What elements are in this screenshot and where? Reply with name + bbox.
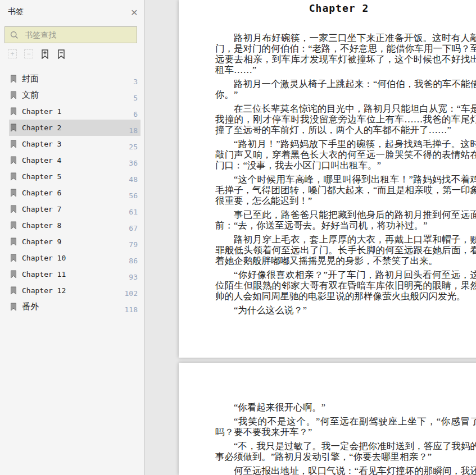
bookmark-icon	[10, 140, 17, 148]
paragraph: 在三位长辈莫名惊诧的目光中，路初月只能坦白从宽：“车是我撞的，刚才停车时我没留意…	[215, 103, 476, 135]
bookmark-icon	[10, 189, 17, 197]
bookmark-item-label: Chapter 8	[22, 221, 61, 230]
bookmark-item-label: Chapter 6	[22, 189, 61, 197]
bookmark-item-page: 61	[129, 208, 138, 216]
bookmark-item-chapter-3[interactable]: Chapter 3 25	[9, 136, 140, 152]
bookmark-item-label: Chapter 9	[22, 238, 61, 246]
bookmark-item-page: 3	[133, 77, 138, 86]
bookmark-item-extra[interactable]: 番外 118	[9, 299, 140, 315]
bookmark-item-front-matter[interactable]: 文前 5	[9, 87, 140, 103]
bookmark-icon	[10, 303, 17, 311]
pdf-page-2: “你看起来很开心啊。” “我笑的不是这个。”何至远在副驾驶座上坐下，“你感冒了吗…	[179, 363, 476, 475]
expand-all-icon[interactable]: +	[8, 49, 17, 58]
bookmark-item-chapter-11[interactable]: Chapter 11 93	[9, 266, 140, 282]
bookmark-item-page: 102	[125, 289, 138, 298]
paragraph: 何至远报出地址，叹口气说：“看见车灯撞坏的那瞬间，我还以	[215, 465, 476, 475]
paragraph: “这个时候用车高峰，哪里叫得到出租车！”路妈妈找不着鸡毛掸子，气得团团转，嗓门都…	[215, 174, 476, 206]
paragraph: 事已至此，路爸爸只能把藏到他身后的路初月推到何至远面前：“去，你送至远哥去。好好…	[215, 209, 476, 231]
paragraph: “为什么这么说？”	[215, 305, 476, 316]
bookmark-item-chapter-9[interactable]: Chapter 9 79	[9, 234, 140, 250]
bookmark-search-box[interactable]	[4, 26, 137, 43]
bookmark-icon	[10, 254, 17, 262]
bookmark-item-page: 18	[129, 126, 138, 135]
sidebar-title: 书签	[8, 7, 24, 17]
bookmark-item-page: 25	[129, 143, 138, 151]
bookmark-item-label: Chapter 2	[22, 124, 61, 132]
bookmark-item-page: 86	[129, 257, 138, 265]
bookmark-item-chapter-12[interactable]: Chapter 12 102	[9, 282, 140, 299]
bookmark-item-page: 67	[129, 224, 138, 232]
bookmark-item-label: Chapter 3	[22, 140, 61, 148]
bookmark-item-chapter-7[interactable]: Chapter 7 61	[9, 201, 140, 217]
bookmark-item-chapter-10[interactable]: Chapter 10 86	[9, 250, 140, 266]
search-icon	[10, 31, 19, 39]
bookmark-item-page: 118	[125, 305, 138, 314]
close-icon[interactable]: ×	[131, 6, 138, 18]
paragraph: 路初月穿上毛衣，套上厚厚的大衣，再戴上口罩和帽子，赎罪般低头领着何至远出了门。长…	[215, 234, 476, 266]
bookmark-icon	[10, 156, 17, 165]
bookmark-item-chapter-6[interactable]: Chapter 6 56	[9, 185, 140, 201]
bookmark-item-page: 48	[129, 175, 138, 184]
bookmark-item-cover[interactable]: 封面 3	[9, 71, 140, 87]
page-2-body: “你看起来很开心啊。” “我笑的不是这个。”何至远在副驾驶座上坐下，“你感冒了吗…	[179, 363, 476, 475]
page-1-body: 路初月布好碗筷，一家三口坐下来正准备开饭。这时有人敲门，是对门的何伯伯：“老路，…	[179, 14, 476, 316]
bookmark-item-label: Chapter 5	[22, 172, 61, 181]
paragraph: “你好像很喜欢相亲？”开了车门，路初月回头看何至远，这位陌生但眼熟的邻家大哥有双…	[215, 270, 476, 302]
bookmark-item-page: 6	[133, 110, 138, 118]
bookmark-item-page: 36	[129, 159, 138, 167]
bookmark-item-label: 番外	[22, 302, 39, 312]
bookmark-item-chapter-1[interactable]: Chapter 1 6	[9, 103, 140, 120]
document-viewer[interactable]: Chapter 2 路初月布好碗筷，一家三口坐下来正准备开饭。这时有人敲门，是对…	[145, 0, 476, 475]
bookmark-item-label: Chapter 7	[22, 205, 61, 213]
bookmark-icon	[10, 107, 17, 116]
bookmark-icon	[10, 75, 17, 83]
bookmark-item-page: 5	[133, 94, 138, 102]
bookmark-icon	[10, 91, 17, 99]
bookmark-item-page: 79	[129, 240, 138, 249]
bookmark-item-chapter-5[interactable]: Chapter 5 48	[9, 168, 140, 185]
paragraph: “不，我只是过敏了。我一定会把你准时送到，答应了我妈的事必须做到。”路初月发动引…	[215, 441, 476, 462]
add-bookmark-icon[interactable]	[40, 49, 49, 58]
bookmark-item-page: 93	[129, 273, 138, 281]
sidebar-header: 书签 ×	[8, 4, 138, 19]
bookmarks-sidebar: 书签 × + −	[0, 0, 145, 475]
bookmark-item-label: Chapter 11	[22, 270, 66, 278]
bookmark-item-page: 56	[129, 191, 138, 200]
bookmark-item-label: Chapter 10	[22, 254, 66, 262]
pdf-reader-window: 书签 × + −	[0, 0, 476, 475]
bookmark-item-label: Chapter 12	[22, 286, 66, 295]
bookmark-icon	[10, 238, 17, 246]
bookmark-item-chapter-4[interactable]: Chapter 4 36	[9, 152, 140, 168]
bookmark-item-label: 文前	[22, 90, 39, 101]
remove-bookmark-icon[interactable]	[57, 49, 66, 58]
bookmark-item-chapter-2[interactable]: Chapter 2 18	[9, 120, 140, 136]
bookmark-item-chapter-8[interactable]: Chapter 8 67	[9, 217, 140, 234]
bookmark-icon	[10, 205, 17, 213]
bookmark-icon	[10, 286, 17, 295]
paragraph: “路初月！”路妈妈放下手里的碗筷，起身找鸡毛掸子。这时敲门声又响，穿着黑色长大衣…	[215, 139, 476, 171]
bookmark-icon	[10, 221, 17, 230]
sidebar-toolbar: + −	[8, 49, 73, 58]
pdf-page-1: Chapter 2 路初月布好碗筷，一家三口坐下来正准备开饭。这时有人敲门，是对…	[179, 0, 476, 358]
bookmark-search-input[interactable]	[24, 30, 132, 40]
paragraph: “我笑的不是这个。”何至远在副驾驶座上坐下，“你感冒了吗？要不要我来开车？”	[215, 416, 476, 437]
bookmark-icon	[10, 124, 17, 132]
paragraph: 路初月一个激灵从椅子上跳起来：“何伯伯，我爸的车不能借你。”	[215, 79, 476, 100]
bookmark-icon	[10, 172, 17, 181]
bookmark-item-label: Chapter 1	[22, 107, 61, 116]
chapter-title: Chapter 2	[179, 0, 476, 14]
paragraph: “你看起来很开心啊。”	[215, 402, 476, 413]
bookmark-icon	[10, 270, 17, 278]
bookmark-item-label: Chapter 4	[22, 156, 61, 165]
paragraph: 路初月布好碗筷，一家三口坐下来正准备开饭。这时有人敲门，是对门的何伯伯：“老路，…	[215, 33, 476, 75]
bookmark-item-label: 封面	[22, 74, 39, 84]
bookmark-list: 封面 3 文前 5 Chapter 1 6 Chapter 2 18 Chapt…	[0, 71, 144, 315]
collapse-all-icon[interactable]: −	[24, 49, 33, 58]
